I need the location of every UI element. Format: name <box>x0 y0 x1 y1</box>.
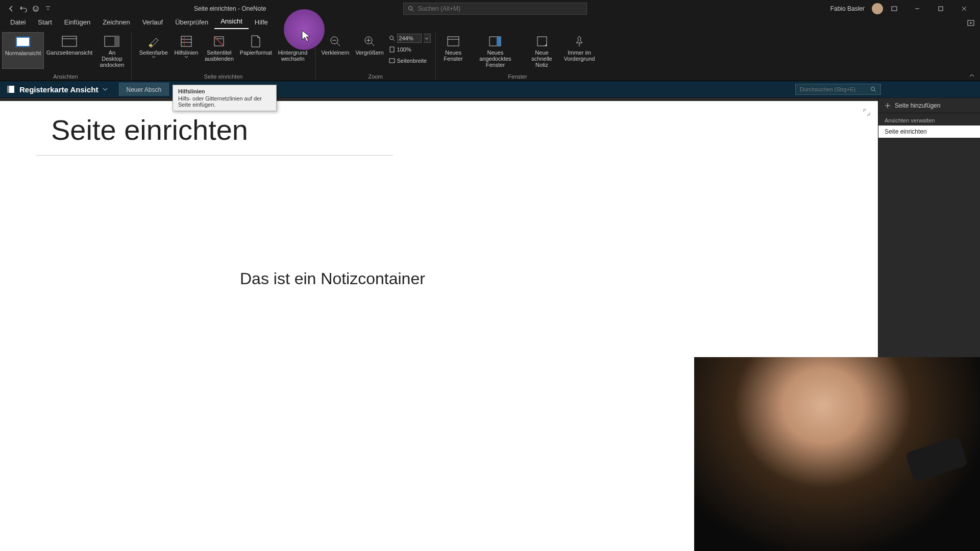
expand-icon[interactable] <box>863 108 871 116</box>
paper-size-icon <box>247 34 264 48</box>
nav-search-box[interactable] <box>795 84 881 95</box>
group-seite-label: Seite einrichten <box>132 73 315 80</box>
svg-rect-34 <box>390 47 394 52</box>
hintergrund-button[interactable]: Hintergrund wechseln <box>275 32 310 63</box>
svg-point-43 <box>871 87 875 91</box>
search-input[interactable] <box>418 5 582 12</box>
user-name[interactable]: Fabio Basler <box>830 5 865 12</box>
seitenbreite-button[interactable]: Seitenbreite <box>389 56 431 66</box>
svg-point-3 <box>409 6 412 10</box>
menu-zeichnen[interactable]: Zeichnen <box>96 16 136 29</box>
page-icon <box>389 46 395 53</box>
title-bar: Seite einrichten - OneNote Fabio Basler <box>0 0 980 17</box>
svg-point-1 <box>34 8 35 9</box>
webcam-overlay <box>694 357 980 551</box>
maximize-button[interactable] <box>929 0 952 17</box>
close-button[interactable] <box>952 0 976 17</box>
svg-line-44 <box>874 90 876 92</box>
pin-icon <box>571 34 588 48</box>
nav-search-input[interactable] <box>800 86 870 92</box>
menu-verlauf[interactable]: Verlauf <box>136 16 169 29</box>
window-title: Seite einrichten - OneNote <box>194 5 266 12</box>
menu-hilfe[interactable]: Hilfe <box>249 16 274 29</box>
hilfslinien-button[interactable]: Hilfslinien <box>171 32 202 63</box>
verkleinern-button[interactable]: Verkleinern <box>318 32 352 67</box>
share-icon[interactable] <box>967 19 975 27</box>
group-fenster-label: Fenster <box>436 73 599 80</box>
svg-rect-17 <box>149 44 152 46</box>
zoom-value-row[interactable] <box>389 33 431 43</box>
svg-line-4 <box>412 10 413 11</box>
svg-point-2 <box>36 8 37 9</box>
redo-icon[interactable] <box>32 5 40 13</box>
menu-datei[interactable]: Datei <box>4 16 32 29</box>
svg-point-32 <box>389 36 393 40</box>
plus-icon <box>885 103 891 109</box>
svg-rect-40 <box>537 37 547 46</box>
navigation-strip: Registerkarte Ansicht Neuer Absch <box>0 81 980 97</box>
normalansicht-button[interactable]: Normalansicht <box>2 32 44 69</box>
normal-view-icon <box>14 35 32 49</box>
dock-icon <box>103 34 120 48</box>
page-title[interactable]: Seite einrichten <box>51 113 248 146</box>
zoom-dropdown[interactable] <box>424 34 431 43</box>
zoom-100-button[interactable]: 100% <box>389 44 431 55</box>
quick-note-icon <box>533 34 551 48</box>
minimize-button[interactable] <box>905 0 929 17</box>
tooltip-title: Hilfslinien <box>178 88 271 94</box>
search-box[interactable] <box>403 3 587 15</box>
menu-einfuegen[interactable]: Einfügen <box>58 16 96 29</box>
new-window-icon <box>445 34 462 48</box>
collapse-ribbon-icon[interactable] <box>969 73 975 78</box>
seitenfarbe-button[interactable]: Seitenfarbe <box>136 32 171 63</box>
menu-ansicht[interactable]: Ansicht <box>214 15 249 29</box>
svg-line-27 <box>337 43 340 46</box>
menu-bar: Datei Start Einfügen Zeichnen Verlauf Üb… <box>0 17 980 29</box>
ribbon-display-icon[interactable] <box>890 5 898 13</box>
search-icon <box>870 86 876 92</box>
svg-rect-13 <box>62 36 77 46</box>
vergroessern-button[interactable]: Vergrößern <box>353 32 387 67</box>
fullpage-view-icon <box>61 34 78 48</box>
page-list-header[interactable]: Ansichten verwalten <box>878 113 980 126</box>
note-container[interactable]: Das ist ein Notizcontainer <box>240 269 425 288</box>
svg-rect-12 <box>17 38 29 46</box>
menu-ueberpruefen[interactable]: Überprüfen <box>169 16 214 29</box>
svg-rect-35 <box>389 59 395 63</box>
avatar[interactable] <box>872 3 883 14</box>
ribbon: Normalansicht Ganzseitenansicht An Deskt… <box>0 29 980 81</box>
page-width-icon <box>389 58 395 64</box>
svg-rect-39 <box>497 37 501 46</box>
page-item-active[interactable]: Seite einrichten <box>878 126 980 138</box>
tooltip-body: Hilfs- oder Gitternetzlinien auf der Sei… <box>178 95 271 108</box>
group-ansichten-label: Ansichten <box>0 73 131 80</box>
notebook-selector[interactable]: Registerkarte Ansicht <box>0 85 114 94</box>
menu-start[interactable]: Start <box>32 16 58 29</box>
schnelle-notiz-button[interactable]: Neue schnelle Notiz <box>522 32 561 69</box>
svg-line-31 <box>371 43 374 46</box>
section-tab[interactable]: Neuer Absch <box>119 83 169 96</box>
neues-fenster-button[interactable]: Neues Fenster <box>438 32 469 69</box>
immer-vordergrund-button[interactable]: Immer im Vordergrund <box>561 32 597 69</box>
page-color-icon <box>145 34 162 48</box>
add-page-button[interactable]: Seite hinzufügen <box>878 98 980 113</box>
angedocktes-fenster-button[interactable]: Neues angedocktes Fenster <box>469 32 522 69</box>
chevron-down-icon <box>184 56 188 58</box>
docked-window-icon <box>486 34 504 48</box>
svg-line-33 <box>393 39 395 41</box>
hide-title-icon <box>210 34 228 48</box>
undo-icon[interactable] <box>19 5 28 13</box>
back-icon[interactable] <box>7 5 15 13</box>
seitentitel-button[interactable]: Seitentitel ausblenden <box>202 32 237 63</box>
ganzseitenansicht-button[interactable]: Ganzseitenansicht <box>44 32 95 69</box>
papierformat-button[interactable]: Papierformat <box>237 32 275 63</box>
zoom-in-icon <box>361 34 378 48</box>
svg-line-24 <box>214 37 224 46</box>
customize-qat-icon[interactable] <box>44 5 52 13</box>
title-rule <box>36 155 393 156</box>
tooltip: Hilfslinien Hilfs- oder Gitternetzlinien… <box>173 85 277 111</box>
zoom-input[interactable] <box>397 34 422 43</box>
andocken-button[interactable]: An Desktop andocken <box>95 32 129 69</box>
svg-rect-16 <box>114 36 119 46</box>
zoom-out-icon <box>327 34 344 48</box>
